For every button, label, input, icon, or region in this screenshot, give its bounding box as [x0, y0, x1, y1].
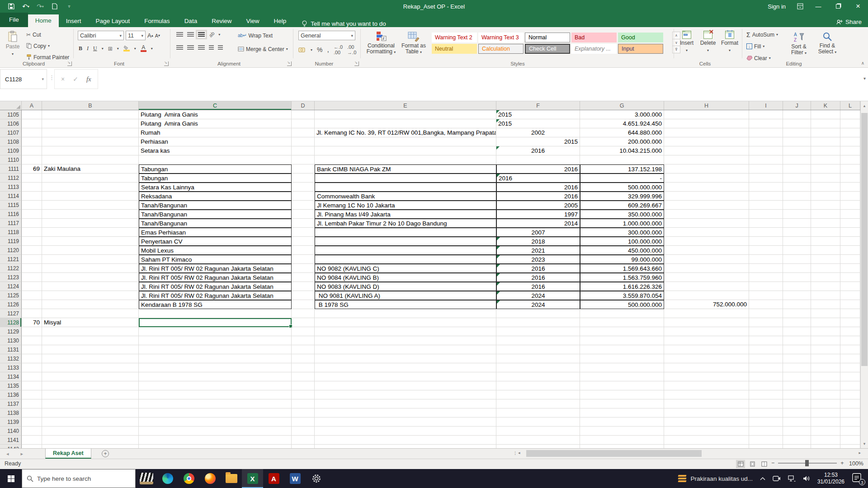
cell-H1140[interactable]	[664, 427, 749, 436]
cell-H1117[interactable]	[664, 219, 749, 228]
cell-F1109[interactable]: 2016	[496, 146, 580, 155]
cell-K1121[interactable]	[811, 255, 840, 264]
row-header-1109[interactable]: 1109	[0, 146, 22, 155]
column-header-G[interactable]: G	[580, 101, 664, 110]
cell-I1120[interactable]	[749, 246, 783, 255]
cell-C1121[interactable]: Saham PT Kimaco	[139, 255, 292, 264]
cell-C1124[interactable]: Jl. Rini RT 005/ RW 02 Ragunan Jakarta S…	[139, 282, 292, 291]
cell-K1138[interactable]	[811, 408, 840, 418]
meet-now-icon[interactable]	[773, 475, 781, 482]
tab-view[interactable]: View	[239, 15, 266, 27]
cell-G1107[interactable]: 644.880.000	[580, 128, 664, 137]
column-header-H[interactable]: H	[664, 101, 749, 110]
cell-G1112[interactable]: -	[580, 174, 664, 183]
cell-B1127[interactable]	[42, 309, 139, 318]
percent-style-icon[interactable]: %	[317, 46, 322, 53]
cell-J1129[interactable]	[783, 327, 811, 336]
cell-K1110[interactable]	[811, 155, 840, 164]
cell-B1137[interactable]	[42, 399, 139, 408]
cell-J1106[interactable]	[783, 119, 811, 128]
cell-E1113[interactable]	[315, 183, 496, 192]
cell-B1129[interactable]	[42, 327, 139, 336]
cell-B1121[interactable]	[42, 255, 139, 264]
cell-B1114[interactable]	[42, 192, 139, 201]
cell-C1117[interactable]: Tanah/Bangunan	[139, 219, 292, 228]
cell-I1113[interactable]	[749, 183, 783, 192]
copy-button[interactable]: Copy▾	[26, 41, 69, 51]
row-header-1121[interactable]: 1121	[0, 255, 22, 264]
cell-G1142[interactable]	[580, 445, 664, 448]
cell-L1118[interactable]	[840, 228, 860, 237]
row-header-1119[interactable]: 1119	[0, 237, 22, 246]
cell-C1109[interactable]: Setara kas	[139, 146, 292, 155]
column-header-D[interactable]: D	[292, 101, 315, 110]
cell-D1106[interactable]	[292, 119, 315, 128]
cell-K1132[interactable]	[811, 354, 840, 363]
row-header-1133[interactable]: 1133	[0, 363, 22, 372]
cell-I1124[interactable]	[749, 282, 783, 291]
expand-formula-bar-icon[interactable]: ▾	[863, 76, 866, 81]
cell-J1138[interactable]	[783, 408, 811, 418]
tab-home[interactable]: Home	[28, 14, 59, 27]
row-header-1116[interactable]: 1116	[0, 210, 22, 219]
cell-L1106[interactable]	[840, 119, 860, 128]
cell-K1115[interactable]	[811, 201, 840, 210]
cell-G1130[interactable]	[580, 336, 664, 345]
cell-E1131[interactable]	[315, 345, 496, 354]
cell-K1136[interactable]	[811, 390, 840, 399]
cell-B1128[interactable]: Misyal	[42, 318, 139, 327]
cell-A1131[interactable]	[22, 345, 42, 354]
cell-J1116[interactable]	[783, 210, 811, 219]
cell-L1141[interactable]	[840, 436, 860, 445]
cell-L1123[interactable]	[840, 273, 860, 282]
cell-J1112[interactable]	[783, 174, 811, 183]
cell-E1142[interactable]	[315, 445, 496, 448]
cell-A1111[interactable]: 69	[22, 164, 42, 174]
cell-E1123[interactable]: NO 9084 (KAVLING B)	[315, 273, 496, 282]
cell-A1142[interactable]	[22, 445, 42, 448]
cell-C1136[interactable]	[139, 390, 292, 399]
cell-F1135[interactable]	[496, 381, 580, 390]
row-header-1142[interactable]: 1142	[0, 445, 22, 448]
cell-J1139[interactable]	[783, 418, 811, 427]
share-button[interactable]: Share	[836, 19, 862, 25]
cell-C1118[interactable]: Emas Perhiasan	[139, 228, 292, 237]
cell-E1135[interactable]	[315, 381, 496, 390]
cell-I1128[interactable]	[749, 318, 783, 327]
cell-J1121[interactable]	[783, 255, 811, 264]
cell-L1138[interactable]	[840, 408, 860, 418]
cell-B1139[interactable]	[42, 418, 139, 427]
cell-I1121[interactable]	[749, 255, 783, 264]
cell-B1130[interactable]	[42, 336, 139, 345]
sheet-tab-rekap-aset[interactable]: Rekap Aset	[45, 449, 91, 459]
cell-I1111[interactable]	[749, 164, 783, 174]
cell-J1141[interactable]	[783, 436, 811, 445]
cell-H1137[interactable]	[664, 399, 749, 408]
cell-G1132[interactable]	[580, 354, 664, 363]
cell-I1127[interactable]	[749, 309, 783, 318]
cell-F1126[interactable]: 2024	[496, 300, 580, 309]
cell-A1141[interactable]	[22, 436, 42, 445]
cell-H1136[interactable]	[664, 390, 749, 399]
cell-A1116[interactable]	[22, 210, 42, 219]
cell-F1105[interactable]: 2015	[496, 110, 580, 119]
cell-C1106[interactable]: Piutang Amira Ganis	[139, 119, 292, 128]
row-header-1140[interactable]: 1140	[0, 427, 22, 436]
cell-G1119[interactable]: 100.000.000	[580, 237, 664, 246]
cell-E1126[interactable]: B 1978 SG	[315, 300, 496, 309]
cell-H1141[interactable]	[664, 436, 749, 445]
cell-A1127[interactable]	[22, 309, 42, 318]
taskbar-search-input[interactable]: Type here to search	[22, 469, 136, 488]
cell-E1119[interactable]	[315, 237, 496, 246]
column-header-C[interactable]: C	[139, 101, 292, 110]
cell-A1134[interactable]	[22, 372, 42, 381]
row-header-1105[interactable]: 1105	[0, 110, 22, 119]
cell-C1126[interactable]: Kendaraan B 1978 SG	[139, 300, 292, 309]
cell-L1112[interactable]	[840, 174, 860, 183]
cell-F1137[interactable]	[496, 399, 580, 408]
cell-B1126[interactable]	[42, 300, 139, 309]
cell-K1106[interactable]	[811, 119, 840, 128]
cell-H1113[interactable]	[664, 183, 749, 192]
cell-F1139[interactable]	[496, 418, 580, 427]
cell-D1109[interactable]	[292, 146, 315, 155]
